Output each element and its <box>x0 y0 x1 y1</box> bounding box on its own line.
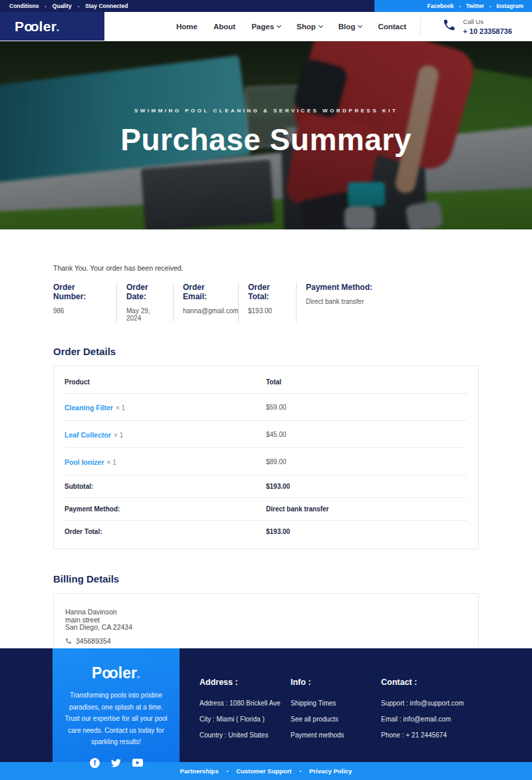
order-summary-row: Order Number: 986 Order Date: May 29, 20… <box>53 283 479 322</box>
table-row: Pool Ionizer× 1 $89.00 <box>65 448 467 475</box>
payment-method-row-label: Payment Method: <box>65 505 266 513</box>
billing-phone[interactable]: 345689354 <box>76 637 111 645</box>
order-number-field: Order Number: 986 <box>53 283 116 322</box>
social-link-twitter[interactable]: Twitter <box>466 3 484 9</box>
product-link-cleaning-filter[interactable]: Cleaning Filter <box>65 404 113 412</box>
column-header-product: Product <box>65 378 266 386</box>
payment-method-field: Payment Method: Direct bank transfer <box>296 283 382 322</box>
billing-phone-row: 345689354 <box>65 635 467 647</box>
logo[interactable]: Pooler. <box>0 12 104 41</box>
billing-details-heading: Billing Details <box>53 573 479 585</box>
order-date-field: Order Date: May 29, 2024 <box>116 283 173 322</box>
product-qty: × 1 <box>107 459 116 466</box>
table-header-row: Product Total <box>65 370 467 394</box>
call-us-block: Call Us + 10 23358736 <box>463 18 512 35</box>
chevron-down-icon <box>358 23 362 27</box>
order-details-card: Product Total Cleaning Filter× 1 $59.00 … <box>53 366 479 549</box>
site-footer: Pooler. Transforming pools into pristine… <box>0 648 532 762</box>
nav-item-about[interactable]: About <box>213 23 235 31</box>
chevron-down-icon <box>277 23 281 27</box>
top-strip-social: Facebook • Twitter • Instagram <box>374 0 532 12</box>
footer-country-line: Country : United States <box>200 731 291 739</box>
youtube-icon[interactable] <box>132 759 143 767</box>
main-content: Thank You. Your order has been received.… <box>0 229 532 648</box>
page-title: Purchase Summary <box>120 122 412 158</box>
payment-method-label: Payment Method: <box>306 283 372 292</box>
order-total-row: Order Total: $193.00 <box>65 521 467 543</box>
order-number-value: 986 <box>53 307 107 315</box>
payment-method-row-value: Direct bank transfer <box>266 505 467 513</box>
order-total-row-value: $193.00 <box>266 528 467 535</box>
subtotal-label: Subtotal: <box>65 483 266 490</box>
topbar-link-conditions[interactable]: Conditions <box>9 3 39 9</box>
table-row: Leaf Collector× 1 $45.00 <box>65 421 467 448</box>
social-link-instagram[interactable]: Instagram <box>496 3 523 9</box>
product-total: $59.00 <box>266 404 467 411</box>
billing-name: Hanna Davinson <box>65 608 467 616</box>
footer-column-address: Address : Address : 1080 Brickell Ave Ci… <box>200 678 291 739</box>
topbar-link-stay-connected[interactable]: Stay Connected <box>85 3 128 9</box>
order-email-label: Order Email: <box>183 283 229 301</box>
billing-city: San Diego, CA 22434 <box>65 624 467 632</box>
product-qty: × 1 <box>116 404 125 412</box>
phone-icon <box>65 635 72 647</box>
bottom-bar: Partnerships • Customer Support • Privac… <box>0 762 532 780</box>
twitter-icon[interactable] <box>111 758 121 768</box>
topbar-link-quality[interactable]: Quality <box>53 3 72 9</box>
footer-info-heading: Info : <box>291 678 381 687</box>
chevron-down-icon <box>319 23 323 27</box>
product-link-pool-ionizer[interactable]: Pool Ionizer <box>65 458 104 466</box>
nav-item-contact[interactable]: Contact <box>378 23 406 31</box>
site-header: Pooler. Home About Pages Shop Blog Conta… <box>0 12 532 41</box>
subtotal-row: Subtotal: $193.00 <box>65 475 467 498</box>
nav-item-pages[interactable]: Pages <box>251 23 281 31</box>
footer-tagline: Transforming pools into pristine paradis… <box>53 690 180 748</box>
call-us-label: Call Us <box>463 18 512 25</box>
footer-logo[interactable]: Pooler. <box>92 664 140 682</box>
order-total-label: Order Total: <box>248 283 287 301</box>
separator-dot: • <box>78 4 79 9</box>
product-link-leaf-collector[interactable]: Leaf Collector <box>65 431 111 439</box>
phone-icon <box>442 18 456 35</box>
thank-you-message: Thank You. Your order has been received. <box>53 264 479 272</box>
call-us-phone[interactable]: + 10 23358736 <box>463 27 512 35</box>
nav-item-home[interactable]: Home <box>176 23 198 31</box>
payment-method-row: Payment Method: Direct bank transfer <box>65 498 467 521</box>
separator-dot: • <box>227 769 228 773</box>
main-nav: Home About Pages Shop Blog Contact <box>176 23 406 31</box>
social-link-facebook[interactable]: Facebook <box>428 3 454 9</box>
product-total: $45.00 <box>266 431 467 438</box>
footer-address-heading: Address : <box>200 678 291 687</box>
order-total-value: $193.00 <box>248 307 287 315</box>
footer-city-line: City : Miami ( Florida ) <box>200 715 291 723</box>
footer-link-shipping-times[interactable]: Shipping Times <box>291 700 381 707</box>
separator-dot: • <box>45 4 46 9</box>
order-number-label: Order Number: <box>53 283 107 301</box>
footer-brand-card: Pooler. Transforming pools into pristine… <box>53 648 180 762</box>
footer-contact-heading: Contact : <box>381 678 521 687</box>
logo-text: Pooler. <box>15 19 60 35</box>
order-email-value: hanna@gmail.com <box>183 307 229 315</box>
nav-item-shop[interactable]: Shop <box>297 23 323 31</box>
order-total-field: Order Total: $193.00 <box>238 283 296 322</box>
footer-link-see-all-products[interactable]: See all products <box>291 715 381 723</box>
bottom-link-privacy-policy[interactable]: Privacy Policy <box>309 767 352 775</box>
footer-column-info: Info : Shipping Times See all products P… <box>291 678 381 739</box>
separator-dot: • <box>300 769 301 773</box>
top-strip-links: Conditions • Quality • Stay Connected <box>0 0 374 12</box>
order-table: Product Total Cleaning Filter× 1 $59.00 … <box>54 366 478 549</box>
separator-dot: • <box>489 4 491 9</box>
bottom-link-customer-support[interactable]: Customer Support <box>236 767 291 775</box>
order-details-heading: Order Details <box>53 346 479 357</box>
footer-phone-line: Phone : + 21 2445674 <box>381 731 521 739</box>
nav-item-blog[interactable]: Blog <box>338 23 362 31</box>
column-header-total: Total <box>266 378 467 386</box>
order-total-row-label: Order Total: <box>65 528 266 535</box>
footer-link-payment-methods[interactable]: Payment methods <box>291 731 381 739</box>
table-row: Cleaning Filter× 1 $59.00 <box>65 394 467 421</box>
hero-content: SWIMMING POOL CLEANING & SERVICES WORDPR… <box>0 41 532 229</box>
footer-columns: Address : Address : 1080 Brickell Ave Ci… <box>200 678 521 739</box>
facebook-icon[interactable]: f <box>90 758 100 768</box>
product-total: $89.00 <box>266 458 467 465</box>
bottom-link-partnerships[interactable]: Partnerships <box>180 767 219 775</box>
